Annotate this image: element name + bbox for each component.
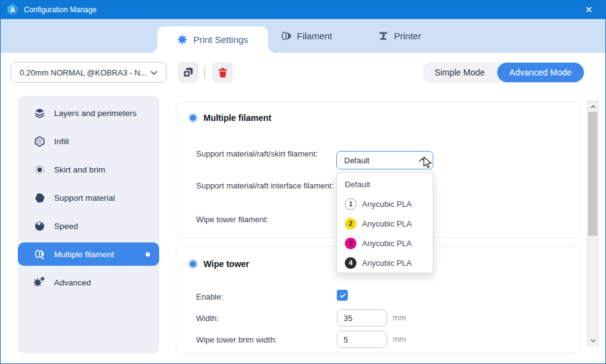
sidebar-item-skirt-and-brim[interactable]: Skirt and brim xyxy=(18,155,159,184)
sidebar-item-label: Advanced xyxy=(54,278,91,287)
delete-preset-button[interactable] xyxy=(212,62,233,83)
speed-gauge-icon xyxy=(34,220,45,232)
sidebar-item-advanced[interactable]: Advanced xyxy=(18,268,159,296)
sidebar-item-layers-and-perimeters[interactable]: Layers and perimeters xyxy=(18,99,159,127)
tab-curve-right xyxy=(268,45,275,53)
enable-checkbox[interactable] xyxy=(337,290,348,301)
skirt-brim-icon xyxy=(34,164,45,176)
section-header: Wipe tower xyxy=(190,259,250,269)
width-unit: mm xyxy=(393,313,406,322)
tab-curve-left xyxy=(150,45,157,53)
dropdown-option-default[interactable]: Default xyxy=(337,174,433,194)
sidebar-item-label: Speed xyxy=(54,222,78,231)
filament-spool-icon xyxy=(281,31,291,41)
tab-filament[interactable]: Filament xyxy=(281,19,333,53)
brim-width-unit: mm xyxy=(393,335,406,344)
window-title: Configuration Manage xyxy=(24,6,96,14)
check-icon xyxy=(339,292,347,300)
preset-select-value: 0.20mm NORMAL @KOBRA3 - N... xyxy=(20,68,149,77)
chevron-down-icon xyxy=(149,68,159,77)
sidebar-item-infill[interactable]: Infill xyxy=(18,127,159,155)
gear-icon xyxy=(177,34,187,45)
copy-icon xyxy=(182,66,194,79)
scroll-down-button[interactable] xyxy=(588,336,598,345)
sidebar-item-support-material[interactable]: Support material xyxy=(18,184,159,212)
advanced-gears-icon xyxy=(34,277,45,288)
active-indicator-dot xyxy=(146,252,150,257)
brim-width-label: Wipe tower brim width: xyxy=(196,335,334,345)
section-bullet-icon xyxy=(190,115,196,121)
sidebar-item-label: Support material xyxy=(54,193,115,203)
option-label: Anycubic PLA xyxy=(362,199,412,209)
width-input[interactable] xyxy=(337,309,387,327)
scroll-up-icon xyxy=(590,104,596,110)
brim-width-input[interactable] xyxy=(337,331,387,348)
advanced-mode-button[interactable]: Advanced Mode xyxy=(497,63,584,82)
sidebar-item-label: Infill xyxy=(54,137,69,146)
tab-printer-label: Printer xyxy=(394,31,421,41)
section-title: Wipe tower xyxy=(203,259,250,269)
scroll-down-icon xyxy=(590,338,596,344)
tab-bar: Print Settings Filament Printer xyxy=(1,19,605,53)
tab-print-settings[interactable]: Print Settings xyxy=(157,26,268,53)
support-filament-select[interactable]: Default xyxy=(336,151,433,169)
settings-sidebar: Layers and perimeters Infill Skirt and b… xyxy=(18,96,159,354)
multi-filament-icon xyxy=(34,249,45,260)
preset-select[interactable]: 0.20mm NORMAL @KOBRA3 - N... xyxy=(10,62,167,83)
vertical-scrollbar[interactable] xyxy=(587,101,599,346)
mouse-cursor xyxy=(421,156,435,169)
option-label: Anycubic PLA xyxy=(362,239,412,248)
section-bullet-icon xyxy=(190,261,196,267)
section-header: Multiple filament xyxy=(190,113,271,123)
enable-label: Enable: xyxy=(196,292,334,302)
support-filament-select-value: Default xyxy=(344,156,417,165)
trash-icon xyxy=(217,67,229,79)
titlebar: A Configuration Manage ✕ xyxy=(1,1,605,19)
simple-mode-button[interactable]: Simple Mode xyxy=(422,68,497,77)
dropdown-option-filament-2[interactable]: 2 Anycubic PLA xyxy=(337,214,433,233)
option-label: Anycubic PLA xyxy=(362,219,412,228)
printer-icon xyxy=(378,31,388,41)
tab-printer[interactable]: Printer xyxy=(378,19,421,53)
dropdown-option-filament-1[interactable]: 1 Anycubic PLA xyxy=(337,194,433,214)
wipe-tower-filament-label: Wipe tower filament: xyxy=(196,214,334,225)
scrollbar-thumb[interactable] xyxy=(588,112,597,236)
toolbar: 0.20mm NORMAL @KOBRA3 - N... Simple Mode… xyxy=(1,53,605,90)
copy-preset-button[interactable] xyxy=(178,62,199,83)
filament-color-badge: 1 xyxy=(345,198,356,210)
support-material-icon xyxy=(34,192,45,204)
dropdown-option-filament-3[interactable]: 3 Anycubic PLA xyxy=(337,233,433,253)
filament-dropdown-list: Default 1 Anycubic PLA 2 Anycubic PLA 3 … xyxy=(336,172,433,273)
app-logo-icon: A xyxy=(7,4,18,16)
layers-icon xyxy=(34,107,45,119)
tab-filament-label: Filament xyxy=(297,31,333,41)
sidebar-item-speed[interactable]: Speed xyxy=(18,212,159,240)
mode-toggle: Simple Mode Advanced Mode xyxy=(422,62,584,83)
support-interface-filament-label: Support material/raft interface filament… xyxy=(196,180,334,191)
dropdown-option-filament-4[interactable]: 4 Anycubic PLA xyxy=(337,253,433,273)
filament-color-badge: 3 xyxy=(345,238,356,249)
filament-color-badge: 4 xyxy=(345,257,356,269)
close-icon[interactable]: ✕ xyxy=(578,1,599,19)
infill-icon xyxy=(34,136,45,147)
support-filament-label: Support material/raft/skirt filament: xyxy=(196,149,334,159)
filament-color-badge: 2 xyxy=(345,218,356,230)
option-label: Default xyxy=(345,180,370,189)
scroll-up-button[interactable] xyxy=(588,102,598,111)
width-label: Width: xyxy=(196,313,334,323)
sidebar-item-multiple-filament[interactable]: Multiple filament xyxy=(18,242,159,266)
tab-print-settings-label: Print Settings xyxy=(193,34,248,45)
sidebar-item-label: Multiple filament xyxy=(54,250,114,259)
sidebar-item-label: Skirt and brim xyxy=(54,165,105,174)
sidebar-item-label: Layers and perimeters xyxy=(54,109,136,118)
configuration-manager-window: A Configuration Manage ✕ Print Settings xyxy=(0,0,606,364)
option-label: Anycubic PLA xyxy=(362,258,412,268)
section-title: Multiple filament xyxy=(203,113,271,123)
toolbar-divider xyxy=(204,67,205,78)
